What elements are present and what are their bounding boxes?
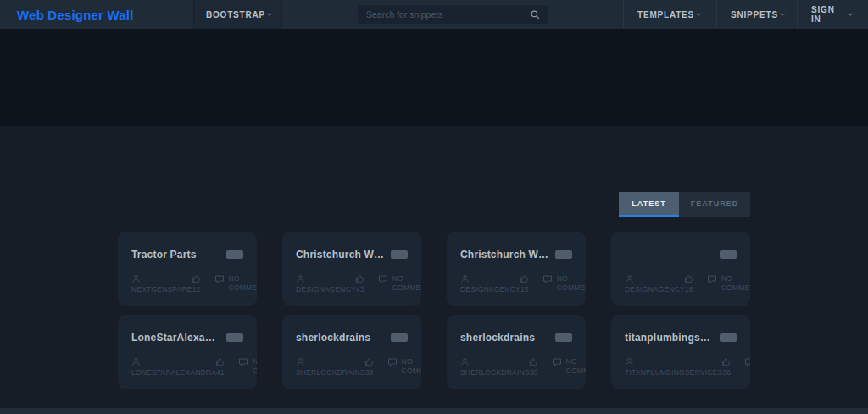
user-icon [131,274,141,283]
card-user-meta: LONESTARALEXANDRA41 [131,357,225,378]
snippet-card[interactable]: sherlockdrains SHERLOCKDRAINS30 NO COMME… [447,315,586,389]
card-user-meta: DESIGNAGENCY15 [460,274,529,294]
chevron-down-icon [778,10,787,19]
nav-item-sign-in[interactable]: SIGN IN [797,0,868,29]
card-likes-count: 39 [365,368,374,377]
snippet-card[interactable]: DESIGNAGENCY16 NO COMMENTS5 [611,232,750,306]
thumbnail-badge-icon [391,250,408,259]
card-comments-meta: NO COMMENTS5 [552,357,586,376]
card-username: SHERLOCKDRAINS [296,368,365,377]
snippet-grid: Tractor Parts NEXTGENSPARE12 NO COMMENTS… [118,232,750,389]
snippet-card[interactable]: titanplumbingservic… TITANPLUMBINGSERVIC… [611,315,750,389]
card-title: Christchurch Web D… [460,249,548,260]
card-comments-meta: NO COMMENTS5 [238,357,257,376]
card-user-meta: TITANPLUMBINGSERVICES36 [625,357,731,378]
card-comments-label: NO COMMENTS [392,274,421,292]
thumbs-up-icon [529,357,538,366]
card-title: sherlockdrains [460,332,535,344]
card-username: DESIGNAGENCY [296,285,356,294]
chevron-down-icon [265,10,274,19]
comment-icon [542,274,553,293]
category-dropdown[interactable]: BOOTSTRAP [193,0,282,29]
card-likes-count: 16 [685,285,693,294]
footer-top-edge [0,408,868,414]
thumbs-up-icon [364,357,374,366]
snippet-card[interactable]: sherlockdrains SHERLOCKDRAINS39 NO COMME… [282,315,421,389]
card-likes-count: 41 [216,368,225,377]
tab-latest[interactable]: LATEST [619,192,679,217]
comment-icon [387,357,398,376]
thumbs-up-icon [355,274,364,283]
card-likes-count: 15 [520,285,529,294]
card-username: DESIGNAGENCY [460,285,520,294]
snippet-card[interactable]: Christchurch Web D… DESIGNAGENCY43 NO CO… [282,232,421,306]
thumbs-up-icon [684,274,693,283]
search-area [282,0,623,29]
card-likes-count: 12 [192,285,201,294]
search-box [358,5,548,24]
nav-item-snippets[interactable]: SNIPPETS [716,0,797,29]
card-title: Christchurch Web D… [296,249,384,260]
card-user-meta: DESIGNAGENCY43 [296,274,364,294]
thumbnail-badge-icon [555,333,572,342]
card-title: Tractor Parts [131,249,197,260]
card-comments-label: NO COMMENTS [253,357,257,375]
site-logo[interactable]: Web Designer Wall [17,8,134,22]
chevron-down-icon [694,10,703,19]
card-username: DESIGNAGENCY [625,285,685,294]
card-likes-count: 43 [356,285,364,294]
user-icon [131,357,141,366]
thumbnail-badge-icon [391,333,408,342]
card-comments-label: NO COMMENTS [229,274,257,292]
thumbs-up-icon [520,274,529,283]
comment-icon [214,274,225,293]
card-comments-label: NO COMMENTS [721,274,750,292]
user-icon [625,357,634,366]
comment-icon [238,357,248,376]
card-user-meta: NEXTGENSPARE12 [131,274,201,294]
card-username: LONESTARALEXANDRA [131,368,216,377]
card-username: TITANPLUMBINGSERVICES [625,368,722,377]
snippet-card[interactable]: Christchurch Web D… DESIGNAGENCY15 NO CO… [447,232,586,306]
nav-item-label: SIGN IN [811,5,846,24]
card-likes-count: 30 [530,368,538,377]
user-icon [296,357,305,366]
user-icon [460,274,470,283]
thumbnail-badge-icon [555,250,572,259]
card-comments-label: NO COMMENTS [402,357,421,375]
card-user-meta: SHERLOCKDRAINS30 [460,357,538,378]
card-title: sherlockdrains [296,332,370,344]
search-icon[interactable] [530,8,541,20]
card-user-meta: DESIGNAGENCY16 [625,274,693,294]
card-comments-meta: NO COMMENTS5 [744,357,750,376]
nav-item-label: SNIPPETS [731,10,778,20]
main-content: LATEST FEATURED Tractor Parts NEXTGENSPA… [0,126,868,408]
card-title: LoneStarAlexandra [131,332,220,344]
card-title: titanplumbingservic… [625,332,713,344]
card-user-meta: SHERLOCKDRAINS39 [296,357,374,378]
comment-icon [707,274,717,293]
card-comments-label: NO COMMENTS [566,357,586,375]
comment-icon [744,357,750,376]
top-navbar: Web Designer Wall BOOTSTRAP TEMPLATES SN… [0,0,868,29]
card-comments-meta: NO COMMENTS5 [707,274,750,293]
hero-banner-area [0,29,868,126]
comment-icon [378,274,388,293]
logo-wrap: Web Designer Wall [0,0,193,29]
search-input[interactable] [358,5,548,24]
chevron-down-icon [846,10,854,19]
thumbs-up-icon [721,357,731,366]
card-username: NEXTGENSPARE [131,285,192,294]
user-icon [296,274,305,283]
thumbnail-badge-icon [720,333,737,342]
card-comments-label: NO COMMENTS [557,274,586,292]
tab-featured[interactable]: FEATURED [679,192,750,217]
comment-icon [552,357,562,376]
card-comments-meta: NO COMMENTS5 [214,274,257,293]
snippet-card[interactable]: LoneStarAlexandra LONESTARALEXANDRA41 NO… [118,315,257,389]
snippet-card[interactable]: Tractor Parts NEXTGENSPARE12 NO COMMENTS… [118,232,257,306]
nav-item-templates[interactable]: TEMPLATES [623,0,716,29]
navbar-right: TEMPLATES SNIPPETS SIGN IN [623,0,868,29]
card-username: SHERLOCKDRAINS [460,368,530,377]
user-icon [625,274,634,283]
